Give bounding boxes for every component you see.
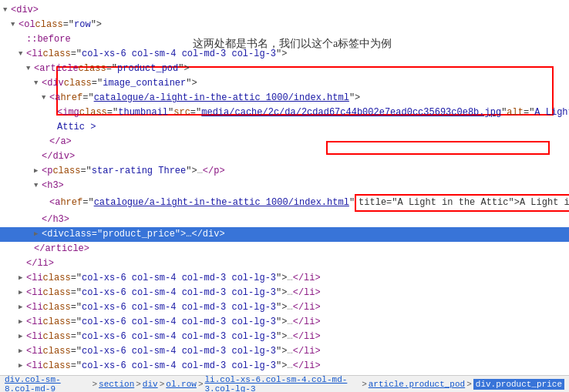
status-bar: div.col-sm-8.col-md-9 > section > div > … [0, 375, 569, 392]
expand-triangle[interactable] [34, 77, 42, 90]
expand-triangle[interactable] [11, 18, 19, 32]
tree-line[interactable]: <li class =" col-xs-6 col-sm-4 col-md-3 … [0, 271, 569, 286]
expand-triangle[interactable] [19, 301, 26, 314]
tree-line: </h3> [0, 213, 569, 227]
breadcrumb-ol[interactable]: ol.row [166, 380, 197, 389]
dom-tree: 这两处都是书名，我们以这个a标签中为例 <div> <ol class =" r… [0, 0, 569, 375]
expand-triangle[interactable] [34, 179, 42, 193]
expand-triangle[interactable] [19, 345, 26, 358]
expand-triangle[interactable] [34, 228, 42, 241]
expand-triangle[interactable] [34, 165, 42, 178]
expand-triangle[interactable] [19, 48, 26, 61]
breadcrumb-li[interactable]: li.col-xs-6.col-sm-4.col-md-3.col-lg-3 [205, 375, 361, 392]
expand-triangle[interactable] [19, 330, 26, 343]
tree-line[interactable]: <li class =" col-xs-6 col-sm-4 col-md-3 … [0, 344, 569, 359]
tree-line[interactable]: <li class =" col-xs-6 col-sm-4 col-md-3 … [0, 47, 569, 62]
expand-triangle[interactable] [26, 62, 34, 75]
expand-triangle[interactable] [19, 360, 26, 373]
breadcrumb-div[interactable]: div.col-sm-8.col-md-9 [5, 375, 90, 392]
tree-line[interactable]: <li class =" col-xs-6 col-sm-4 col-md-3 … [0, 300, 569, 315]
tree-line-highlighted[interactable]: <div class =" product_price "> … </div> [0, 227, 569, 242]
breadcrumb-div2[interactable]: div [143, 380, 158, 389]
tree-line[interactable]: <li class =" col-xs-6 col-sm-4 col-md-3 … [0, 330, 569, 344]
tree-line: Attic > [0, 120, 569, 135]
devtools-panel: 这两处都是书名，我们以这个a标签中为例 <div> <ol class =" r… [0, 0, 569, 392]
expand-triangle[interactable] [3, 4, 11, 17]
inline-badge: title="A Light in the Attic">A Light in … [355, 194, 569, 212]
expand-triangle[interactable] [19, 272, 26, 285]
tree-line[interactable]: <a href =" catalogue/a-light-in-the-atti… [0, 91, 569, 106]
tree-line[interactable]: <li class =" col-xs-6 col-sm-4 col-md-3 … [0, 286, 569, 300]
tree-line[interactable]: <ol class =" row "> [0, 18, 569, 32]
tree-line: </li> [0, 256, 569, 271]
tree-line[interactable]: <li class =" col-xs-6 col-sm-4 col-md-3 … [0, 359, 569, 374]
tree-line[interactable]: <li class =" col-xs-6 col-sm-4 col-md-3 … [0, 374, 569, 375]
tree-line[interactable]: <img class =" thumbnail " src =" media/c… [0, 106, 569, 120]
tree-line[interactable]: <p class =" star-rating Three "> … </p> [0, 164, 569, 179]
tree-line[interactable]: <div class =" image_container "> [0, 76, 569, 91]
expand-triangle[interactable] [19, 374, 26, 375]
tree-line[interactable]: <div> [0, 3, 569, 18]
tree-line: </article> [0, 242, 569, 256]
breadcrumb-current[interactable]: div.product_price [473, 379, 564, 390]
tree-line[interactable]: <article class =" product_pod "> [0, 62, 569, 76]
tree-line[interactable]: <h3> [0, 179, 569, 193]
breadcrumb-section[interactable]: section [99, 380, 134, 389]
tree-line: ::before [0, 32, 569, 47]
breadcrumb-article[interactable]: article.product_pod [369, 380, 465, 389]
tree-line[interactable]: <a href =" catalogue/a-light-in-the-atti… [0, 193, 569, 213]
tree-line: </a> [0, 135, 569, 149]
tree-line: </div> [0, 149, 569, 164]
expand-triangle[interactable] [19, 316, 26, 329]
expand-triangle[interactable] [42, 92, 49, 105]
tree-line[interactable]: <li class =" col-xs-6 col-sm-4 col-md-3 … [0, 315, 569, 330]
expand-triangle[interactable] [19, 286, 26, 300]
